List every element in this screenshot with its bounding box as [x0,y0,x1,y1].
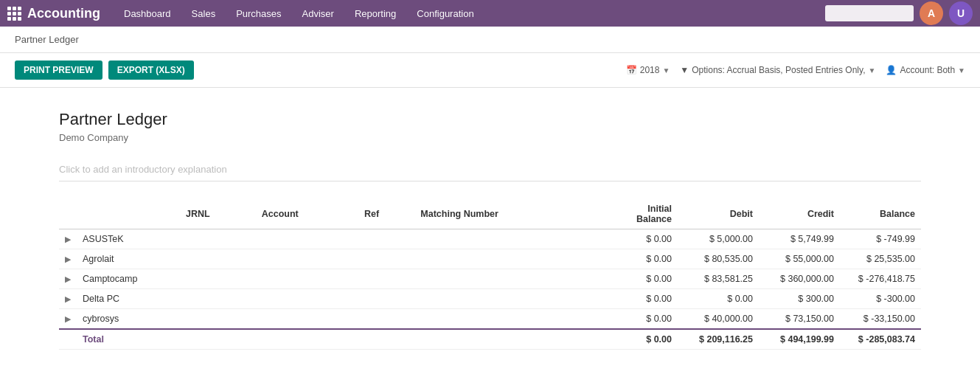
jrnl-cell [180,229,256,249]
balance-cell: $ -276,418.75 [840,269,921,289]
expand-arrow-icon[interactable]: ▶ [65,294,71,303]
jrnl-cell [180,289,256,309]
expand-arrow-icon[interactable]: ▶ [65,274,71,283]
col-ref: Ref [358,199,414,229]
col-account: Account [256,199,358,229]
year-filter[interactable]: 📅 2018 ▼ [626,65,670,75]
credit-cell: $ 73,150.00 [759,309,840,330]
partner-name-cell: cybrosys [77,309,180,330]
initial-cell: $ 0.00 [604,229,678,249]
expand-arrow-icon[interactable]: ▶ [65,314,71,323]
expand-cell[interactable]: ▶ [59,249,77,269]
initial-cell: $ 0.00 [604,249,678,269]
nav-reporting[interactable]: Reporting [346,4,405,24]
initial-cell: $ 0.00 [604,289,678,309]
debit-cell: $ 40,000.00 [678,309,759,330]
initial-cell: $ 0.00 [604,269,678,289]
balance-cell: $ 25,535.00 [840,249,921,269]
credit-cell: $ 300.00 [759,289,840,309]
report-title: Partner Ledger [59,110,921,129]
matching-cell [414,269,604,289]
expand-cell[interactable]: ▶ [59,289,77,309]
brand-label: Accounting [27,6,100,21]
account-cell [256,289,358,309]
breadcrumb: Partner Ledger [0,27,980,53]
col-credit: Credit [759,199,840,229]
person-icon: 👤 [886,65,897,75]
account-cell [256,249,358,269]
navbar: Accounting Dashboard Sales Purchases Adv… [0,0,980,27]
col-debit: Debit [678,199,759,229]
nav-dashboard[interactable]: Dashboard [115,4,180,24]
filter-group: 📅 2018 ▼ ▼ Options: Accrual Basis, Poste… [626,65,965,75]
balance-cell: $ -749.99 [840,229,921,249]
expand-cell[interactable]: ▶ [59,269,77,289]
partner-name-cell: Camptocamp [77,269,180,289]
matching-cell [414,309,604,330]
calendar-icon: 📅 [626,65,637,75]
matching-cell [414,289,604,309]
matching-cell [414,229,604,249]
ref-cell [358,229,414,249]
col-initial: InitialBalance [604,199,678,229]
nav-sales[interactable]: Sales [183,4,225,24]
brand: Accounting [7,6,100,21]
total-row: Total $ 0.00 $ 209,116.25 $ 494,199.99 $… [59,329,921,350]
grid-icon [7,7,21,21]
filter-icon: ▼ [680,65,689,75]
matching-cell [414,249,604,269]
nav-links: Dashboard Sales Purchases Adviser Report… [115,4,825,24]
nav-right: A U [825,1,973,25]
table-header: JRNL Account Ref Matching Number Initial… [59,199,921,229]
ref-cell [358,269,414,289]
intro-placeholder-text: Click to add an introductory explanation [59,164,227,175]
expand-cell[interactable]: ▶ [59,309,77,330]
total-credit: $ 494,199.99 [759,329,840,350]
table-row: ▶ Delta PC $ 0.00 $ 0.00 $ 300.00 $ -300… [59,289,921,309]
options-caret: ▼ [868,66,875,75]
account-cell [256,309,358,330]
nav-adviser[interactable]: Adviser [293,4,343,24]
main-content: Partner Ledger Demo Company Click to add… [0,88,980,377]
debit-cell: $ 5,000.00 [678,229,759,249]
table-row: ▶ Camptocamp $ 0.00 $ 83,581.25 $ 360,00… [59,269,921,289]
export-xlsx-button[interactable]: EXPORT (XLSX) [108,60,194,80]
partner-name-cell: Delta PC [77,289,180,309]
expand-cell[interactable]: ▶ [59,229,77,249]
account-label: Account: Both [900,65,955,75]
col-jrnl: JRNL [180,199,256,229]
search-input[interactable] [825,5,914,21]
year-label: 2018 [640,65,660,75]
balance-cell: $ -300.00 [840,289,921,309]
nav-purchases[interactable]: Purchases [227,4,290,24]
total-balance: $ -285,083.74 [840,329,921,350]
account-filter[interactable]: 👤 Account: Both ▼ [886,65,965,75]
ref-cell [358,309,414,330]
debit-cell: $ 83,581.25 [678,269,759,289]
credit-cell: $ 5,749.99 [759,229,840,249]
nav-configuration[interactable]: Configuration [408,4,482,24]
jrnl-cell [180,249,256,269]
debit-cell: $ 0.00 [678,289,759,309]
avatar-2: U [949,1,973,25]
expand-arrow-icon[interactable]: ▶ [65,235,71,243]
expand-arrow-icon[interactable]: ▶ [65,255,71,263]
toolbar: PRINT PREVIEW EXPORT (XLSX) 📅 2018 ▼ ▼ O… [0,53,980,88]
total-label: Total [77,329,180,350]
options-filter[interactable]: ▼ Options: Accrual Basis, Posted Entries… [680,65,875,75]
options-label: Options: Accrual Basis, Posted Entries O… [692,65,865,75]
ledger-table: JRNL Account Ref Matching Number Initial… [59,199,921,350]
account-caret: ▼ [958,66,965,75]
print-preview-button[interactable]: PRINT PREVIEW [15,60,102,80]
total-initial: $ 0.00 [604,329,678,350]
avatar: A [920,1,943,25]
breadcrumb-label: Partner Ledger [15,34,79,45]
table-row: ▶ ASUSTeK $ 0.00 $ 5,000.00 $ 5,749.99 $… [59,229,921,249]
initial-cell: $ 0.00 [604,309,678,330]
intro-placeholder[interactable]: Click to add an introductory explanation [59,158,921,181]
balance-cell: $ -33,150.00 [840,309,921,330]
col-matching: Matching Number [414,199,604,229]
ref-cell [358,249,414,269]
year-caret: ▼ [662,66,670,75]
partner-name-cell: ASUSTeK [77,229,180,249]
